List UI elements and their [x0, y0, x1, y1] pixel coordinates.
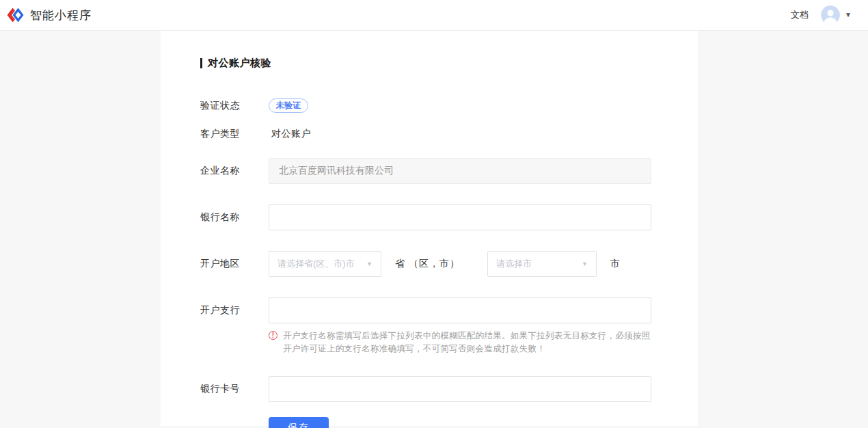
brand: 智能小程序	[7, 8, 92, 23]
branch-warning: ! 开户支行名称需填写后选择下拉列表中的模糊匹配的结果。如果下拉列表无目标支行，…	[269, 330, 655, 356]
province-suffix: 省 （区，市）	[395, 258, 460, 270]
app-header: 智能小程序 文档 ▼	[0, 0, 868, 31]
page-body: 对公账户核验 验证状态 未验证 客户类型 对公账户 企业名称 银行名称	[0, 31, 868, 426]
avatar[interactable]	[821, 5, 840, 25]
branch-block: 开户支行 ! 开户支行名称需填写后选择下拉列表中的模糊匹配的结果。如果下拉列表无…	[200, 297, 658, 356]
docs-link[interactable]: 文档	[791, 9, 809, 21]
branch-input[interactable]	[269, 297, 651, 323]
chevron-down-icon: ▼	[366, 260, 372, 267]
page-title: 对公账户核验	[200, 57, 658, 70]
bank-name-label: 银行名称	[200, 211, 269, 224]
status-label: 验证状态	[200, 100, 269, 112]
customer-type-value: 对公账户	[269, 128, 311, 139]
customer-type-label: 客户类型	[200, 128, 269, 140]
card-number-input[interactable]	[269, 376, 651, 402]
branch-label: 开户支行	[200, 304, 269, 317]
city-select[interactable]: 请选择市 ▼	[487, 251, 597, 277]
status-badge: 未验证	[269, 98, 308, 113]
company-name-label: 企业名称	[200, 165, 269, 177]
branch-warning-row: ! 开户支行名称需填写后选择下拉列表中的模糊匹配的结果。如果下拉列表无目标支行，…	[200, 323, 658, 356]
warning-icon: !	[269, 331, 277, 340]
bank-name-row: 银行名称	[200, 204, 658, 230]
company-name-input	[269, 158, 651, 184]
account-verification-card: 对公账户核验 验证状态 未验证 客户类型 对公账户 企业名称 银行名称	[161, 31, 698, 426]
save-button[interactable]: 保存	[269, 417, 329, 428]
region-label: 开户地区	[200, 258, 269, 270]
branch-warning-text: 开户支行名称需填写后选择下拉列表中的模糊匹配的结果。如果下拉列表无目标支行，必须…	[283, 330, 655, 356]
actions-row: 保存	[200, 417, 658, 428]
app-logo-icon	[7, 8, 24, 23]
city-suffix: 市	[610, 258, 621, 270]
bank-name-input[interactable]	[269, 204, 651, 230]
header-right: 文档 ▼	[791, 5, 852, 25]
customer-type-row: 客户类型 对公账户	[200, 127, 658, 140]
app-title: 智能小程序	[30, 8, 92, 23]
province-select[interactable]: 请选择省(区、市)市 ▼	[269, 251, 381, 277]
title-bar-decoration	[200, 58, 202, 68]
user-menu[interactable]: ▼	[821, 5, 852, 25]
chevron-down-icon: ▼	[582, 260, 588, 267]
card-number-row: 银行卡号	[200, 376, 658, 402]
card-number-label: 银行卡号	[200, 383, 269, 395]
region-row: 开户地区 请选择省(区、市)市 ▼ 省 （区，市） 请选择市 ▼ 市	[200, 251, 658, 277]
chevron-down-icon: ▼	[845, 12, 852, 18]
verification-status-row: 验证状态 未验证	[200, 98, 658, 113]
company-name-row: 企业名称	[200, 158, 658, 184]
branch-row: 开户支行	[200, 297, 658, 323]
